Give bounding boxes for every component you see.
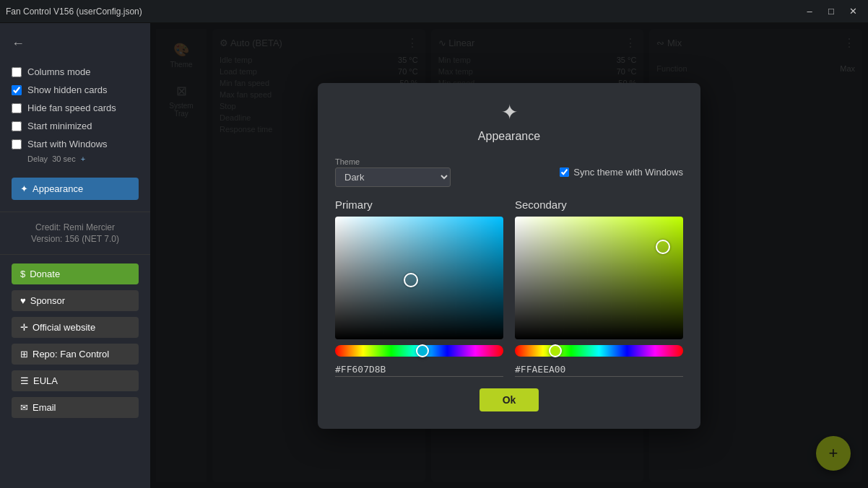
appearance-button[interactable]: ✦ Appearance — [12, 178, 139, 200]
repo-label: Repo: Fan Control — [32, 349, 109, 360]
columns-mode-checkbox[interactable]: Columns mode — [0, 63, 150, 81]
secondary-color-section: Secondary — [515, 199, 683, 377]
primary-hex-row — [335, 362, 503, 377]
secondary-heading: Secondary — [515, 199, 683, 211]
primary-color-picker[interactable] — [335, 217, 503, 339]
appearance-label: Appearance — [32, 183, 83, 194]
credit-section: Credit: Remi Mercier Version: 156 (NET 7… — [0, 212, 150, 255]
sponsor-button[interactable]: ♥ Sponsor — [12, 290, 139, 311]
email-button[interactable]: ✉ Email — [12, 397, 139, 418]
secondary-hex-input[interactable] — [515, 362, 683, 377]
sync-label: Sync theme with Windows — [573, 167, 683, 178]
delay-plus-icon[interactable]: + — [81, 154, 85, 163]
delay-value: 30 sec — [52, 154, 75, 163]
modal-overlay: ✦ Appearance Theme Dark Light System — [150, 23, 868, 488]
theme-row: Theme Dark Light System Sync theme with … — [335, 157, 683, 187]
start-windows-checkbox[interactable]: Start with Windows — [0, 135, 150, 153]
window-controls: – □ ✕ — [800, 4, 862, 19]
back-button[interactable]: ← — [0, 30, 150, 57]
hide-fan-speed-checkbox[interactable]: Hide fan speed cards — [0, 99, 150, 117]
primary-hue-thumb[interactable] — [416, 344, 429, 357]
appearance-modal-title: Appearance — [478, 130, 540, 143]
secondary-color-picker[interactable] — [515, 217, 683, 339]
email-icon: ✉ — [20, 402, 28, 413]
close-button[interactable]: ✕ — [843, 4, 862, 19]
sync-checkbox[interactable] — [560, 167, 569, 177]
donate-label: Donate — [30, 269, 60, 279]
start-windows-label: Start with Windows — [27, 139, 108, 149]
start-minimized-label: Start minimized — [27, 121, 92, 131]
titlebar: Fan Control V156 (userConfig.json) – □ ✕ — [0, 0, 868, 23]
minimize-button[interactable]: – — [800, 4, 819, 19]
eula-label: EULA — [33, 375, 58, 386]
secondary-hex-row — [515, 362, 683, 377]
main-layout: ← Columns mode Show hidden cards Hide fa… — [0, 23, 868, 488]
appearance-modal: ✦ Appearance Theme Dark Light System — [318, 83, 700, 429]
credit-line2: Version: 156 (NET 7.0) — [6, 234, 144, 244]
sponsor-label: Sponsor — [30, 295, 65, 306]
primary-hex-input[interactable] — [335, 362, 503, 377]
repo-icon: ⊞ — [20, 349, 28, 360]
modal-header: ✦ Appearance — [335, 100, 683, 143]
primary-heading: Primary — [335, 199, 503, 211]
content-area: 🎨 Theme ⊠ System Tray ⚙ Auto (BETA) ⋮ Id… — [150, 23, 868, 488]
maximize-button[interactable]: □ — [822, 4, 841, 19]
show-hidden-label: Show hidden cards — [27, 84, 108, 95]
columns-mode-input[interactable] — [12, 67, 22, 77]
start-minimized-input[interactable] — [12, 121, 22, 131]
eula-button[interactable]: ☰ EULA — [12, 370, 139, 391]
credit-line1: Credit: Remi Mercier — [6, 222, 144, 232]
donate-button[interactable]: $ Donate — [12, 263, 139, 284]
show-hidden-checkbox[interactable]: Show hidden cards — [0, 81, 150, 99]
donate-icon: $ — [20, 269, 25, 279]
sidebar: ← Columns mode Show hidden cards Hide fa… — [0, 23, 150, 488]
theme-select[interactable]: Dark Light System — [335, 167, 451, 187]
website-icon: ✛ — [20, 322, 28, 333]
email-label: Email — [32, 402, 56, 413]
sync-checkbox-label[interactable]: Sync theme with Windows — [560, 167, 683, 178]
repo-button[interactable]: ⊞ Repo: Fan Control — [12, 344, 139, 365]
theme-select-group: Theme Dark Light System — [335, 157, 451, 187]
primary-hue-slider[interactable] — [335, 345, 503, 357]
secondary-hue-thumb[interactable] — [549, 344, 562, 357]
website-label: Official website — [32, 322, 95, 333]
appearance-icon: ✦ — [20, 183, 28, 194]
colors-row: Primary Secondar — [335, 199, 683, 377]
ok-button[interactable]: Ok — [479, 388, 539, 411]
back-arrow-icon: ← — [12, 36, 25, 51]
start-minimized-checkbox[interactable]: Start minimized — [0, 117, 150, 135]
theme-label: Theme — [335, 157, 451, 166]
hide-fan-speed-input[interactable] — [12, 103, 22, 113]
columns-mode-label: Columns mode — [27, 66, 90, 77]
sponsor-icon: ♥ — [20, 295, 26, 306]
appearance-modal-icon: ✦ — [501, 100, 518, 124]
secondary-hue-slider[interactable] — [515, 345, 683, 357]
window-title: Fan Control V156 (userConfig.json) — [6, 6, 142, 17]
primary-color-section: Primary — [335, 199, 503, 377]
delay-label: Delay — [27, 154, 48, 163]
show-hidden-input[interactable] — [12, 85, 22, 95]
eula-icon: ☰ — [20, 375, 29, 386]
start-windows-input[interactable] — [12, 139, 22, 149]
delay-section: Delay 30 sec + — [0, 153, 150, 169]
official-website-button[interactable]: ✛ Official website — [12, 317, 139, 338]
hide-fan-speed-label: Hide fan speed cards — [27, 103, 116, 113]
